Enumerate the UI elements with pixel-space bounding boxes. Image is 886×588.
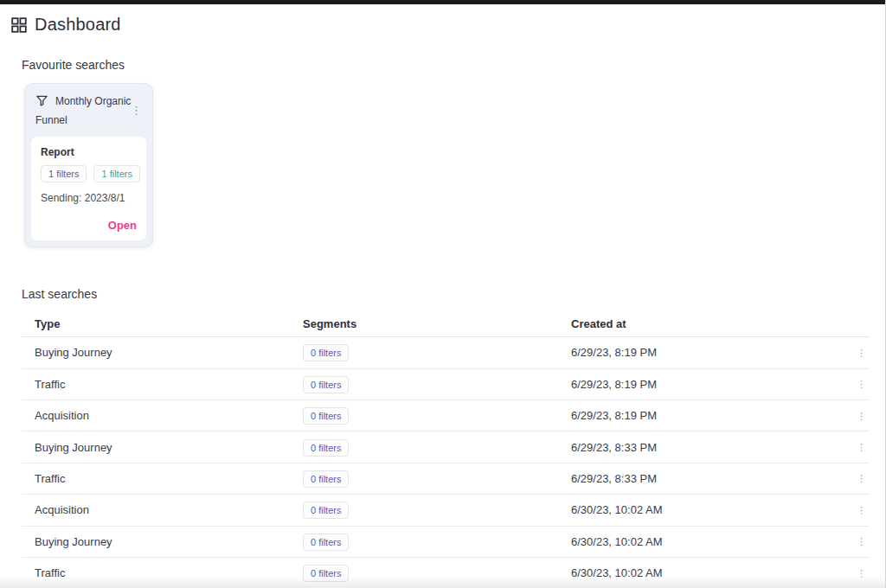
search-type-label: Acquisition bbox=[35, 503, 303, 516]
search-type-label: Buying Journey bbox=[35, 346, 303, 359]
segments-cell: 0 filters bbox=[303, 441, 571, 454]
created-at-label: 6/29/23, 8:33 PM bbox=[571, 441, 844, 454]
created-at-label: 6/29/23, 8:19 PM bbox=[571, 409, 844, 422]
row-kebab-menu-icon[interactable]: ⋮ bbox=[853, 378, 870, 391]
app-header: Dashboard bbox=[0, 4, 885, 35]
search-type-label: Acquisition bbox=[35, 409, 303, 422]
favourite-search-card[interactable]: Monthly Organic Funnel ⋮ Report 1 filter… bbox=[24, 83, 153, 247]
created-at-label: 6/30/23, 10:02 AM bbox=[571, 535, 844, 548]
last-searches-heading: Last searches bbox=[22, 287, 885, 301]
sending-date-label: Sending: 2023/8/1 bbox=[41, 192, 137, 204]
segments-cell: 0 filters bbox=[303, 378, 571, 391]
table-row[interactable]: Traffic 0 filters 6/29/23, 8:33 PM ⋮ bbox=[22, 463, 870, 495]
funnel-icon bbox=[35, 94, 48, 112]
segments-cell: 0 filters bbox=[303, 409, 571, 422]
table-row[interactable]: Acquisition 0 filters 6/29/23, 8:19 PM ⋮ bbox=[22, 400, 870, 431]
table-body: Buying Journey 0 filters 6/29/23, 8:19 P… bbox=[22, 337, 870, 588]
favourite-card-header: Monthly Organic Funnel ⋮ bbox=[25, 84, 152, 135]
favourite-card-body: Report 1 filters 1 filters Sending: 2023… bbox=[31, 137, 146, 240]
column-header-type: Type bbox=[35, 317, 303, 330]
row-kebab-menu-icon[interactable]: ⋮ bbox=[853, 410, 870, 423]
column-header-segments: Segments bbox=[303, 317, 571, 330]
row-kebab-menu-icon[interactable]: ⋮ bbox=[853, 472, 870, 485]
favourite-searches-heading: Favourite searches bbox=[22, 58, 885, 72]
last-searches-table: Type Segments Created at Buying Journey … bbox=[22, 311, 870, 588]
favourite-card-title: Monthly Organic Funnel bbox=[35, 95, 131, 126]
filters-badge: 0 filters bbox=[303, 534, 349, 551]
created-at-label: 6/30/23, 10:02 AM bbox=[571, 566, 844, 579]
table-row[interactable]: Acquisition 0 filters 6/30/23, 10:02 AM … bbox=[22, 495, 870, 526]
table-row[interactable]: Traffic 0 filters 6/30/23, 10:02 AM ⋮ bbox=[22, 558, 870, 588]
search-type-label: Traffic bbox=[35, 566, 303, 579]
row-kebab-menu-icon[interactable]: ⋮ bbox=[853, 504, 870, 517]
created-at-label: 6/29/23, 8:33 PM bbox=[571, 472, 844, 485]
segments-cell: 0 filters bbox=[303, 472, 571, 485]
filters-badge: 0 filters bbox=[303, 407, 349, 425]
filters-badge: 0 filters bbox=[303, 376, 349, 393]
table-row[interactable]: Buying Journey 0 filters 6/29/23, 8:33 P… bbox=[22, 431, 870, 463]
column-header-created-at: Created at bbox=[571, 317, 844, 330]
filters-badge: 0 filters bbox=[303, 502, 349, 519]
row-kebab-menu-icon[interactable]: ⋮ bbox=[853, 567, 870, 580]
table-header-row: Type Segments Created at bbox=[22, 311, 870, 337]
card-kebab-menu-icon[interactable]: ⋮ bbox=[127, 103, 145, 118]
card-badges: 1 filters 1 filters bbox=[41, 165, 137, 182]
created-at-label: 6/30/23, 10:02 AM bbox=[571, 503, 844, 516]
segments-cell: 0 filters bbox=[303, 503, 571, 516]
filters-badge: 0 filters bbox=[303, 565, 349, 582]
search-type-label: Buying Journey bbox=[35, 535, 303, 548]
table-row[interactable]: Buying Journey 0 filters 6/29/23, 8:19 P… bbox=[22, 337, 870, 368]
filters-badge: 0 filters bbox=[303, 344, 349, 361]
search-type-label: Traffic bbox=[35, 378, 303, 391]
segments-cell: 0 filters bbox=[303, 346, 571, 359]
filters-badge: 0 filters bbox=[303, 470, 349, 488]
dashboard-grid-icon bbox=[11, 17, 27, 33]
open-link[interactable]: Open bbox=[41, 219, 137, 232]
table-row[interactable]: Buying Journey 0 filters 6/30/23, 10:02 … bbox=[22, 527, 870, 558]
filters-badge: 0 filters bbox=[303, 439, 349, 457]
row-kebab-menu-icon[interactable]: ⋮ bbox=[853, 441, 870, 454]
created-at-label: 6/29/23, 8:19 PM bbox=[571, 346, 844, 359]
segments-cell: 0 filters bbox=[303, 535, 571, 548]
page-title: Dashboard bbox=[35, 15, 121, 35]
report-label: Report bbox=[41, 146, 137, 158]
row-kebab-menu-icon[interactable]: ⋮ bbox=[853, 347, 870, 360]
segments-cell: 0 filters bbox=[303, 566, 571, 579]
filters-badge: 1 filters bbox=[93, 165, 139, 182]
search-type-label: Traffic bbox=[35, 472, 303, 485]
filters-badge: 1 filters bbox=[41, 165, 87, 182]
table-row[interactable]: Traffic 0 filters 6/29/23, 8:19 PM ⋮ bbox=[22, 369, 870, 400]
created-at-label: 6/29/23, 8:19 PM bbox=[571, 378, 844, 391]
row-kebab-menu-icon[interactable]: ⋮ bbox=[853, 535, 870, 548]
search-type-label: Buying Journey bbox=[35, 441, 303, 454]
